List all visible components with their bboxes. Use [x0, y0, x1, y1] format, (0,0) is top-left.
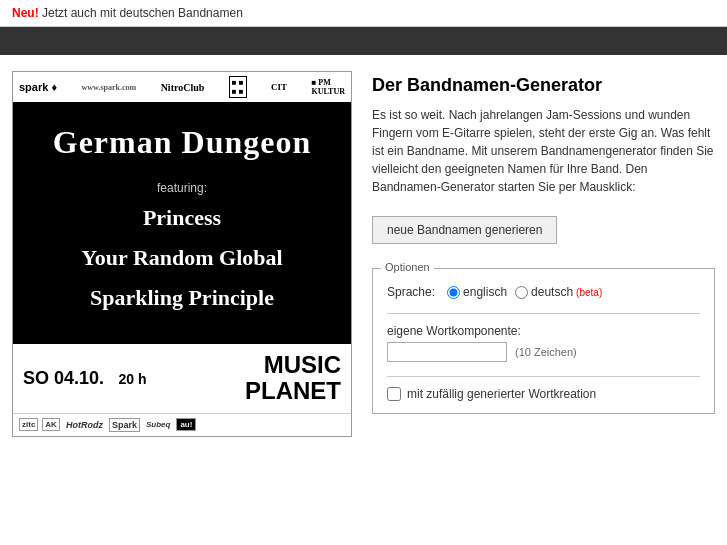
wort-hint: (10 Zeichen) [515, 346, 577, 358]
poster-band2: Your Random Global [33, 245, 331, 271]
kreation-label[interactable]: mit zufällig generierter Wortkreation [407, 387, 596, 401]
poster-featuring: featuring: [33, 181, 331, 195]
neu-label: Neu! [12, 6, 39, 20]
poster-time: 20 h [119, 371, 147, 387]
right-panel: Der Bandnamen-Generator Es ist so weit. … [372, 71, 715, 437]
banner-text: Jetzt auch mit deutschen Bandnamen [42, 6, 243, 20]
logo-nitro: NitroClub [161, 82, 205, 93]
logo-spark: spark ♦ [19, 81, 57, 93]
logo-kultur: ■ PMKULTUR [311, 78, 345, 96]
poster-logos: spark ♦ www.spark.com NitroClub ■ ■■ ■ C… [13, 72, 351, 104]
english-option[interactable]: englisch [447, 285, 507, 299]
logo-website: www.spark.com [82, 83, 137, 92]
sprache-label: Sprache: [387, 285, 435, 299]
logo-box1: ■ ■■ ■ [229, 76, 247, 98]
footer-logo-6: au! [176, 418, 196, 431]
options-box: Optionen Sprache: englisch deutsch (beta… [372, 268, 715, 414]
footer-logo-1: zitc [19, 418, 38, 431]
beta-badge: (beta) [576, 287, 602, 298]
logo-cit: CIT [271, 82, 287, 92]
poster-date-time: SO 04.10. 20 h [23, 368, 147, 389]
divider2 [387, 376, 700, 377]
deutsch-radio[interactable] [515, 286, 528, 299]
footer-logo-4: Spark [109, 418, 140, 432]
footer-logo-3: HotRodz [64, 419, 105, 431]
footer-logo-2: AK [42, 418, 60, 431]
wort-row: eigene Wortkomponente: (10 Zeichen) [387, 324, 700, 362]
kreation-row: mit zufällig generierter Wortkreation [387, 387, 700, 401]
english-radio[interactable] [447, 286, 460, 299]
main-content: spark ♦ www.spark.com NitroClub ■ ■■ ■ C… [0, 55, 727, 453]
poster-band3: Sparkling Principle [33, 285, 331, 311]
generator-description: Es ist so weit. Nach jahrelangen Jam-Ses… [372, 106, 715, 196]
wort-label: eigene Wortkomponente: [387, 324, 700, 338]
poster: spark ♦ www.spark.com NitroClub ■ ■■ ■ C… [12, 71, 352, 437]
wort-input[interactable] [387, 342, 507, 362]
poster-venue: MUSIC PLANET [245, 352, 341, 405]
poster-footer: zitc AK HotRodz Spark Subeq au! [13, 413, 351, 436]
generate-button[interactable]: neue Bandnamen generieren [372, 216, 557, 244]
english-label: englisch [463, 285, 507, 299]
deutsch-label: deutsch [531, 285, 573, 299]
sprache-row: Sprache: englisch deutsch (beta) [387, 285, 700, 299]
footer-logo-5: Subeq [144, 419, 172, 430]
generator-title: Der Bandnamen-Generator [372, 75, 715, 96]
poster-section: spark ♦ www.spark.com NitroClub ■ ■■ ■ C… [12, 71, 352, 437]
poster-band1: Princess [33, 205, 331, 231]
poster-title: German Dungeon [33, 124, 331, 161]
nav-bar [0, 27, 727, 55]
deutsch-option[interactable]: deutsch (beta) [515, 285, 602, 299]
divider [387, 313, 700, 314]
kreation-checkbox[interactable] [387, 387, 401, 401]
wort-input-row: (10 Zeichen) [387, 342, 700, 362]
options-legend: Optionen [381, 261, 434, 273]
poster-bottom: SO 04.10. 20 h MUSIC PLANET [13, 341, 351, 413]
top-banner: Neu! Jetzt auch mit deutschen Bandnamen [0, 0, 727, 27]
poster-date: SO 04.10. [23, 368, 104, 388]
poster-main: German Dungeon featuring: Princess Your … [13, 104, 351, 341]
